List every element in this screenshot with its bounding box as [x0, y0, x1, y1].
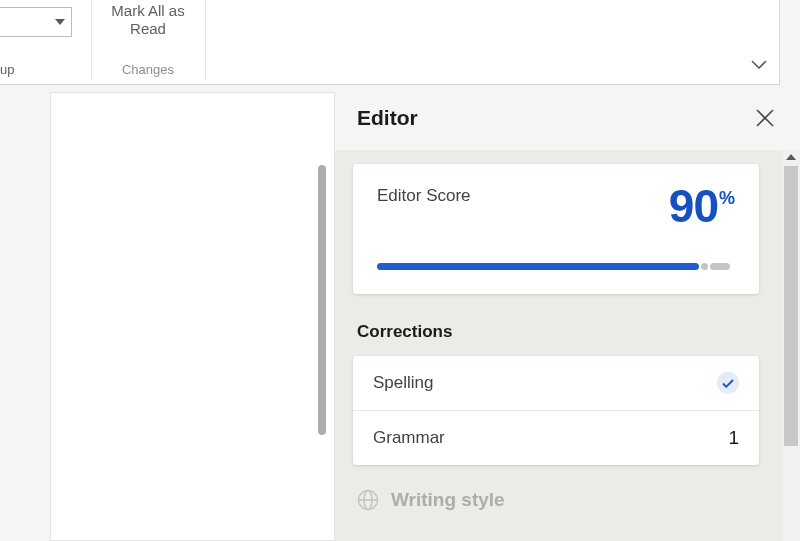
- scroll-up-icon[interactable]: [786, 154, 796, 160]
- check-icon: [717, 372, 739, 394]
- globe-icon: [357, 489, 379, 511]
- correction-count: 1: [728, 427, 739, 449]
- ribbon-group-label-left: up: [0, 62, 14, 77]
- editor-title: Editor: [357, 106, 418, 130]
- score-progress-remainder-icon: [710, 263, 730, 270]
- ribbon: up Mark All as Read Changes: [0, 0, 780, 85]
- ribbon-collapse-button[interactable]: [751, 60, 767, 69]
- writing-style-row: Writing style: [353, 489, 773, 511]
- editor-scrollbar-thumb[interactable]: [784, 166, 798, 446]
- score-progress-bar: [377, 263, 735, 270]
- corrections-heading: Corrections: [353, 322, 773, 342]
- editor-pane: Editor Editor Score 90 %: [335, 86, 800, 541]
- writing-style-label: Writing style: [391, 489, 505, 511]
- score-unit: %: [719, 188, 735, 209]
- correction-label: Grammar: [373, 428, 445, 448]
- correction-row-spelling[interactable]: Spelling: [353, 356, 759, 410]
- editor-body: Editor Score 90 % Corrections Spelling: [335, 150, 800, 541]
- ribbon-separator: [205, 0, 206, 80]
- chevron-down-icon: [55, 19, 65, 25]
- mark-all-as-read-button[interactable]: Mark All as Read: [99, 2, 197, 38]
- close-button[interactable]: [756, 109, 774, 127]
- score-progress-gap-icon: [701, 263, 708, 270]
- score-progress-fill: [377, 263, 699, 270]
- corrections-card: Spelling Grammar 1: [353, 356, 759, 465]
- correction-row-grammar[interactable]: Grammar 1: [353, 411, 759, 465]
- score-label: Editor Score: [377, 186, 471, 206]
- editor-scrollbar-track[interactable]: [782, 150, 800, 541]
- document-page[interactable]: [50, 92, 335, 541]
- correction-label: Spelling: [373, 373, 434, 393]
- editor-score-card[interactable]: Editor Score 90 %: [353, 164, 759, 294]
- ribbon-separator: [91, 0, 92, 80]
- ribbon-group-label-changes: Changes: [99, 62, 197, 77]
- ribbon-dropdown[interactable]: [0, 7, 72, 37]
- editor-body-inner: Editor Score 90 % Corrections Spelling: [353, 150, 773, 511]
- score-value-wrap: 90 %: [669, 186, 735, 227]
- editor-header: Editor: [335, 86, 800, 150]
- score-row: Editor Score 90 %: [377, 186, 735, 227]
- document-scrollbar-thumb[interactable]: [318, 165, 326, 435]
- score-value: 90: [669, 186, 718, 227]
